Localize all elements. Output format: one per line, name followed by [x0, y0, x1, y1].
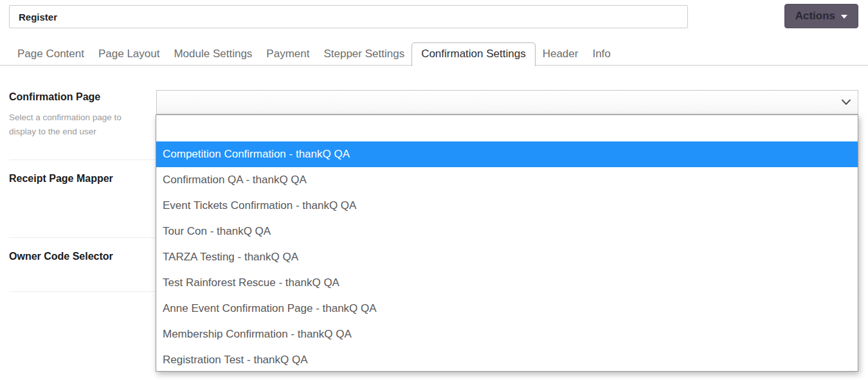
page: Actions Page Content Page Layout Module …	[0, 0, 868, 380]
option-competition-confirmation[interactable]: Competition Confirmation - thankQ QA	[156, 141, 858, 167]
actions-button-label: Actions	[795, 10, 835, 23]
option-anne-event-confirmation-page[interactable]: Anne Event Confirmation Page - thankQ QA	[156, 296, 858, 321]
option-confirmation-qa[interactable]: Confirmation QA - thankQ QA	[156, 167, 858, 193]
option-tarza-testing[interactable]: TARZA Testing - thankQ QA	[156, 244, 858, 270]
receipt-page-mapper-label: Receipt Page Mapper	[9, 173, 113, 185]
option-registration-test[interactable]: Registration Test - thankQ QA	[156, 347, 858, 372]
tab-bar: Page Content Page Layout Module Settings…	[0, 42, 868, 66]
owner-code-selector-label: Owner Code Selector	[9, 251, 113, 262]
confirmation-page-help-text: Select a confirmation page to display to…	[9, 111, 141, 139]
caret-down-icon	[841, 15, 847, 19]
confirmation-page-option-list: Competition Confirmation - thankQ QA Con…	[156, 114, 858, 372]
chevron-down-icon	[842, 100, 851, 105]
option-blank[interactable]	[156, 115, 858, 141]
confirmation-page-select[interactable]	[156, 90, 858, 114]
confirmation-page-label: Confirmation Page	[9, 91, 100, 103]
tab-stepper-settings[interactable]: Stepper Settings	[316, 42, 411, 65]
actions-button[interactable]: Actions	[784, 4, 858, 28]
tab-confirmation-settings[interactable]: Confirmation Settings	[411, 42, 536, 66]
option-event-tickets-confirmation[interactable]: Event Tickets Confirmation - thankQ QA	[156, 193, 858, 219]
tab-header[interactable]: Header	[536, 42, 586, 65]
tab-page-layout[interactable]: Page Layout	[91, 42, 167, 65]
option-tour-con[interactable]: Tour Con - thankQ QA	[156, 219, 858, 244]
tab-module-settings[interactable]: Module Settings	[167, 42, 259, 65]
tab-payment[interactable]: Payment	[259, 42, 316, 65]
tab-info[interactable]: Info	[585, 42, 617, 65]
option-test-rainforest-rescue[interactable]: Test Rainforest Rescue - thankQ QA	[156, 270, 858, 296]
tab-page-content[interactable]: Page Content	[10, 42, 91, 65]
page-title-input[interactable]	[9, 5, 688, 28]
option-membership-confirmation[interactable]: Membership Confirmation - thankQ QA	[156, 321, 858, 347]
